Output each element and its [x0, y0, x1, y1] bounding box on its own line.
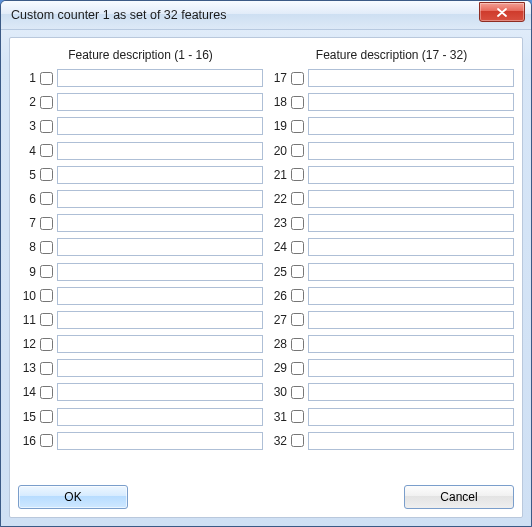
feature-checkbox[interactable]	[40, 289, 53, 302]
feature-row: 13	[18, 358, 263, 378]
feature-row: 10	[18, 286, 263, 306]
feature-description-input[interactable]	[57, 190, 263, 208]
feature-checkbox[interactable]	[40, 72, 53, 85]
feature-checkbox[interactable]	[40, 120, 53, 133]
feature-number: 21	[269, 168, 287, 182]
feature-checkbox[interactable]	[40, 241, 53, 254]
feature-number: 17	[269, 71, 287, 85]
feature-number: 1	[18, 71, 36, 85]
feature-checkbox[interactable]	[40, 338, 53, 351]
feature-checkbox[interactable]	[40, 265, 53, 278]
feature-row: 15	[18, 407, 263, 427]
feature-row: 17	[269, 68, 514, 88]
feature-checkbox[interactable]	[291, 434, 304, 447]
feature-number: 28	[269, 337, 287, 351]
feature-number: 23	[269, 216, 287, 230]
feature-checkbox[interactable]	[291, 144, 304, 157]
feature-row: 6	[18, 189, 263, 209]
left-column-header: Feature description (1 - 16)	[18, 48, 263, 62]
feature-description-input[interactable]	[308, 190, 514, 208]
feature-row: 29	[269, 358, 514, 378]
feature-checkbox[interactable]	[40, 410, 53, 423]
feature-description-input[interactable]	[57, 166, 263, 184]
feature-checkbox[interactable]	[291, 289, 304, 302]
feature-checkbox[interactable]	[40, 386, 53, 399]
feature-description-input[interactable]	[308, 69, 514, 87]
feature-checkbox[interactable]	[291, 313, 304, 326]
feature-number: 2	[18, 95, 36, 109]
feature-description-input[interactable]	[57, 238, 263, 256]
feature-checkbox[interactable]	[40, 362, 53, 375]
feature-checkbox[interactable]	[40, 217, 53, 230]
feature-number: 18	[269, 95, 287, 109]
feature-row: 24	[269, 237, 514, 257]
feature-checkbox[interactable]	[40, 434, 53, 447]
feature-checkbox[interactable]	[291, 120, 304, 133]
feature-description-input[interactable]	[57, 359, 263, 377]
feature-checkbox[interactable]	[40, 313, 53, 326]
left-column: Feature description (1 - 16) 12345678910…	[18, 48, 263, 455]
feature-checkbox[interactable]	[40, 192, 53, 205]
feature-number: 26	[269, 289, 287, 303]
feature-description-input[interactable]	[57, 142, 263, 160]
feature-row: 19	[269, 116, 514, 136]
feature-number: 5	[18, 168, 36, 182]
feature-checkbox[interactable]	[291, 96, 304, 109]
feature-number: 8	[18, 240, 36, 254]
feature-description-input[interactable]	[308, 238, 514, 256]
feature-number: 6	[18, 192, 36, 206]
feature-description-input[interactable]	[308, 287, 514, 305]
feature-description-input[interactable]	[57, 335, 263, 353]
feature-checkbox[interactable]	[291, 338, 304, 351]
feature-description-input[interactable]	[308, 359, 514, 377]
feature-number: 25	[269, 265, 287, 279]
feature-checkbox[interactable]	[291, 72, 304, 85]
feature-row: 21	[269, 165, 514, 185]
feature-description-input[interactable]	[308, 408, 514, 426]
feature-checkbox[interactable]	[291, 410, 304, 423]
feature-checkbox[interactable]	[291, 217, 304, 230]
feature-description-input[interactable]	[57, 311, 263, 329]
feature-checkbox[interactable]	[40, 168, 53, 181]
feature-row: 2	[18, 92, 263, 112]
feature-description-input[interactable]	[308, 432, 514, 450]
feature-checkbox[interactable]	[291, 241, 304, 254]
feature-description-input[interactable]	[57, 117, 263, 135]
feature-description-input[interactable]	[308, 335, 514, 353]
feature-checkbox[interactable]	[40, 144, 53, 157]
feature-number: 11	[18, 313, 36, 327]
feature-description-input[interactable]	[308, 117, 514, 135]
feature-description-input[interactable]	[308, 214, 514, 232]
feature-description-input[interactable]	[57, 214, 263, 232]
feature-checkbox[interactable]	[291, 168, 304, 181]
feature-description-input[interactable]	[308, 263, 514, 281]
feature-row: 16	[18, 431, 263, 451]
feature-description-input[interactable]	[308, 93, 514, 111]
feature-checkbox[interactable]	[40, 96, 53, 109]
feature-description-input[interactable]	[57, 263, 263, 281]
feature-description-input[interactable]	[57, 93, 263, 111]
feature-number: 24	[269, 240, 287, 254]
feature-checkbox[interactable]	[291, 265, 304, 278]
close-button[interactable]	[479, 2, 525, 22]
feature-checkbox[interactable]	[291, 386, 304, 399]
feature-description-input[interactable]	[57, 69, 263, 87]
feature-checkbox[interactable]	[291, 192, 304, 205]
feature-description-input[interactable]	[57, 287, 263, 305]
feature-description-input[interactable]	[308, 142, 514, 160]
feature-checkbox[interactable]	[291, 362, 304, 375]
feature-number: 15	[18, 410, 36, 424]
feature-description-input[interactable]	[57, 383, 263, 401]
feature-description-input[interactable]	[308, 166, 514, 184]
cancel-button[interactable]: Cancel	[404, 485, 514, 509]
feature-description-input[interactable]	[57, 432, 263, 450]
right-column-header: Feature description (17 - 32)	[269, 48, 514, 62]
feature-description-input[interactable]	[308, 383, 514, 401]
feature-number: 32	[269, 434, 287, 448]
right-column: Feature description (17 - 32) 1718192021…	[269, 48, 514, 455]
ok-button[interactable]: OK	[18, 485, 128, 509]
feature-description-input[interactable]	[308, 311, 514, 329]
feature-description-input[interactable]	[57, 408, 263, 426]
feature-number: 27	[269, 313, 287, 327]
feature-columns: Feature description (1 - 16) 12345678910…	[10, 38, 522, 459]
